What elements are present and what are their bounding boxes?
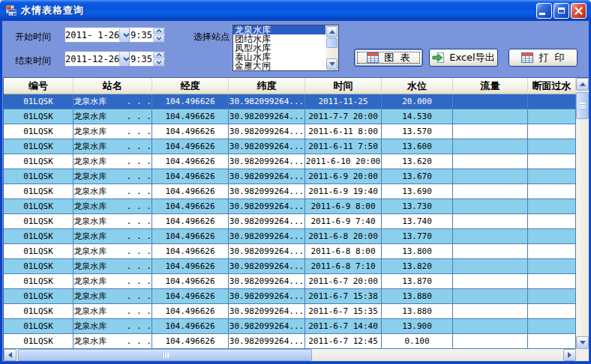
table-cell: 龙泉水库 . . . [74, 244, 152, 259]
table-row[interactable]: 01LQSK龙泉水库 . . .104.49662630.982099264..… [4, 109, 576, 124]
table-cell: 龙泉水库 . . . [74, 184, 152, 199]
end-time-spinner-field[interactable]: 9:35 [129, 51, 165, 67]
end-time-up-button[interactable] [153, 52, 164, 58]
table-cell: 104.496626 [152, 109, 229, 124]
start-time-spinner-field[interactable]: 9:35 [129, 27, 165, 43]
minimize-button[interactable] [536, 3, 552, 19]
table-cell: 104.496626 [152, 274, 229, 289]
listbox-scrollbar[interactable] [326, 25, 338, 70]
table-cell: 104.496626 [152, 289, 229, 304]
grid-scroll-up-button[interactable] [576, 78, 589, 91]
table-row[interactable]: 01LQSK龙泉水库 . . .104.49662630.982099264..… [4, 229, 576, 244]
column-header[interactable]: 断面过水 [528, 78, 576, 94]
table-cell: 13.740 [382, 214, 453, 229]
start-date-value: 2011- 1-26 [65, 30, 119, 40]
arrow-down-icon [329, 62, 335, 66]
grid-scroll-right-button[interactable] [563, 349, 576, 361]
listbox-scroll-up-button[interactable] [326, 26, 338, 37]
table-cell: 01LQSK [4, 319, 74, 334]
grid-vscroll-thumb[interactable] [576, 92, 589, 119]
table-cell: 龙泉水库 . . . [74, 334, 152, 349]
table-cell: 2011-6-8 7:10 [305, 259, 382, 274]
table-cell: 13.900 [382, 319, 453, 334]
station-listbox[interactable]: 龙泉水库团结水库凤型水库泰山水库金雁大闸 [232, 25, 339, 71]
listbox-item[interactable]: 金雁大闸 [233, 61, 326, 70]
table-row[interactable]: 01LQSK龙泉水库 . . .104.49662630.982099264..… [4, 244, 576, 259]
end-time-down-button[interactable] [153, 59, 164, 66]
table-row[interactable]: 01LQSK龙泉水库 . . .104.49662630.982099264..… [4, 139, 576, 154]
table-cell: 2011-6-10 20:00 [305, 154, 382, 169]
table-row[interactable]: 01LQSK龙泉水库 . . .104.49662630.982099264..… [4, 169, 576, 184]
column-header[interactable]: 经度 [152, 78, 229, 94]
table-cell: 2011-6-7 20:00 [305, 274, 382, 289]
table-cell: 龙泉水库 . . . [74, 214, 152, 229]
table-row[interactable]: 01LQSK龙泉水库 . . .104.49662630.982099264..… [4, 124, 576, 139]
column-header[interactable]: 时间 [305, 78, 382, 94]
table-cell: 104.496626 [152, 229, 229, 244]
table-cell: 104.496626 [152, 169, 229, 184]
table-cell: 30.982099264... [229, 109, 305, 124]
start-time-value: 9:35 [130, 30, 153, 40]
column-header[interactable]: 流量 [453, 78, 528, 94]
table-cell: 13.570 [382, 124, 453, 139]
table-cell [453, 109, 528, 124]
start-time-down-button[interactable] [153, 35, 164, 42]
table-cell [453, 184, 528, 199]
column-header[interactable]: 纬度 [229, 78, 305, 94]
table-row[interactable]: 01LQSK龙泉水库 . . .104.49662630.982099264..… [4, 259, 576, 274]
column-header[interactable]: 编号 [4, 78, 74, 94]
table-cell: 龙泉水库 . . . [74, 259, 152, 274]
table-row[interactable]: 01LQSK龙泉水库 . . .104.49662630.982099264..… [4, 199, 576, 214]
arrow-left-icon [8, 352, 12, 358]
table-row[interactable]: 01LQSK龙泉水库 . . .104.49662630.982099264..… [4, 334, 576, 349]
table-row[interactable]: 01LQSK龙泉水库 . . .104.49662630.982099264..… [4, 304, 576, 319]
grid-body: 01LQSK龙泉水库 . . .104.49662630.982099264..… [4, 94, 576, 349]
end-date-picker[interactable]: 2011-12-26 [64, 51, 123, 67]
start-time-up-button[interactable] [153, 28, 164, 34]
table-row[interactable]: 01LQSK龙泉水库 . . .104.49662630.982099264..… [4, 289, 576, 304]
grid-scroll-down-button[interactable] [576, 336, 589, 349]
column-header[interactable]: 站名 [74, 78, 152, 94]
chevron-up-icon [156, 53, 162, 57]
water-data-grid: 编号站名经度纬度时间水位流量断面过水 01LQSK龙泉水库 . . .104.4… [3, 77, 590, 362]
close-button[interactable] [571, 3, 586, 19]
end-time-label: 结束时间 [15, 55, 51, 67]
arrow-up-icon [580, 82, 586, 86]
table-cell: 13.870 [382, 274, 453, 289]
station-select-label: 选择站点 [194, 31, 230, 43]
excel-export-button[interactable]: Excel导出 [429, 49, 498, 67]
table-cell: 30.982099264... [229, 124, 305, 139]
column-header[interactable]: 水位 [382, 78, 453, 94]
table-row[interactable]: 01LQSK龙泉水库 . . .104.49662630.982099264..… [4, 184, 576, 199]
table-cell: 2011-6-9 19:40 [305, 184, 382, 199]
grid-hscroll-thumb[interactable] [18, 349, 312, 361]
table-cell: 104.496626 [152, 154, 229, 169]
table-row[interactable]: 01LQSK龙泉水库 . . .104.49662630.982099264..… [4, 319, 576, 334]
table-cell [453, 259, 528, 274]
grid-vertical-scrollbar[interactable] [576, 78, 589, 349]
chevron-down-icon [156, 61, 162, 64]
chart-button[interactable]: 图 表 [354, 49, 423, 67]
table-cell: 30.982099264... [229, 184, 305, 199]
grid-horizontal-scrollbar[interactable] [4, 349, 576, 361]
listbox-scroll-down-button[interactable] [326, 58, 338, 70]
table-cell: 01LQSK [4, 274, 74, 289]
table-cell: 01LQSK [4, 214, 74, 229]
table-cell: 01LQSK [4, 124, 74, 139]
table-row[interactable]: 01LQSK龙泉水库 . . .104.49662630.982099264..… [4, 274, 576, 289]
chart-button-label: 图 表 [384, 51, 410, 64]
print-button[interactable]: 打 印 [508, 49, 578, 67]
table-cell: 01LQSK [4, 94, 74, 109]
client-area: 开始时间 2011- 1-26 9:35 结束时间 2011-12-26 9:3… [2, 21, 589, 362]
table-row[interactable]: 01LQSK龙泉水库 . . .104.49662630.982099264..… [4, 94, 576, 109]
table-row[interactable]: 01LQSK龙泉水库 . . .104.49662630.982099264..… [4, 154, 576, 169]
table-cell: 30.982099264... [229, 169, 305, 184]
listbox-scroll-thumb[interactable] [326, 38, 338, 48]
maximize-button[interactable] [554, 3, 569, 19]
table-cell: 2011-6-8 20:00 [305, 229, 382, 244]
table-row[interactable]: 01LQSK龙泉水库 . . .104.49662630.982099264..… [4, 214, 576, 229]
table-cell [453, 154, 528, 169]
start-date-picker[interactable]: 2011- 1-26 [64, 27, 123, 43]
grid-scroll-left-button[interactable] [4, 349, 16, 361]
table-cell [528, 139, 576, 154]
